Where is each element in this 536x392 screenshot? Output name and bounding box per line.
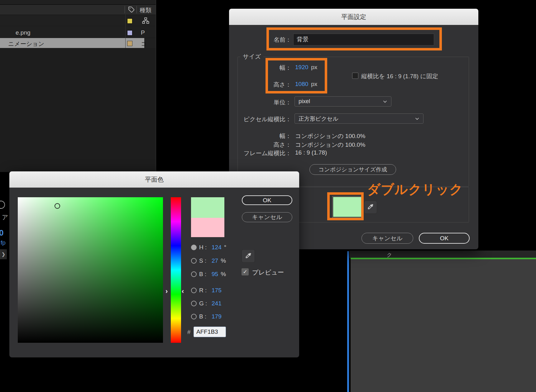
cancel-button[interactable]: キャンセル <box>361 233 413 244</box>
ok-button[interactable]: OK <box>242 195 292 205</box>
radio-icon[interactable] <box>191 271 197 277</box>
cancel-button[interactable]: キャンセル <box>242 212 292 222</box>
eyedropper-button[interactable] <box>242 249 255 263</box>
clipped-label: ア <box>2 213 8 222</box>
dialog-title[interactable]: 平面設定 <box>229 9 478 25</box>
b-label: B : <box>199 271 209 278</box>
dialog-title[interactable]: 平面色 <box>9 171 299 188</box>
type-column-header[interactable]: 種類 <box>140 6 151 14</box>
g-label: G : <box>199 300 209 307</box>
size-group-label: サイズ <box>240 53 263 61</box>
label-tag-icon[interactable] <box>128 6 135 14</box>
radio-selected-icon[interactable] <box>191 245 197 250</box>
preview-label: プレビュー <box>252 268 284 277</box>
column-divider <box>125 14 126 48</box>
units-dropdown[interactable]: pixel <box>294 96 391 107</box>
hex-input[interactable] <box>194 327 226 337</box>
b2-label: B : <box>199 313 209 320</box>
color-position-marker[interactable] <box>55 203 60 209</box>
radio-icon[interactable] <box>191 258 197 264</box>
radio-icon[interactable] <box>191 288 197 293</box>
project-row-selected[interactable]: ニメーション コ <box>0 38 144 48</box>
clipped-value[interactable]: 0 <box>0 228 3 238</box>
red-field-row[interactable]: R : 175 <box>191 287 222 294</box>
hue-indicator-right-icon[interactable]: ‹ <box>182 288 184 294</box>
aspect-lock-checkbox[interactable] <box>352 73 358 79</box>
info-width-value: コンポジションの 100.0% <box>295 132 365 140</box>
brightness-field-row[interactable]: B : 95 % <box>191 270 226 278</box>
timeline-header-strip[interactable]: ク <box>350 251 536 258</box>
s-unit: % <box>221 257 226 264</box>
composition-icon <box>142 17 149 26</box>
info-width-label: 幅： <box>229 132 291 140</box>
panel-empty-area <box>0 48 156 172</box>
left-strip: ア 0 fp ❯ <box>0 174 9 361</box>
units-value: pixel <box>299 98 310 105</box>
saturation-brightness-field[interactable] <box>18 197 163 343</box>
project-row[interactable] <box>0 16 156 26</box>
preview-checkbox[interactable]: ✓ <box>242 268 249 275</box>
info-height-label: 高さ： <box>229 141 291 149</box>
column-divider[interactable] <box>125 6 125 13</box>
column-divider[interactable] <box>136 6 137 13</box>
saturation-field-row[interactable]: S : 27 % <box>191 257 226 265</box>
check-icon: ✓ <box>243 269 247 275</box>
hue-indicator-left-icon[interactable]: › <box>165 288 168 294</box>
project-panel-header: 種類 <box>0 4 156 15</box>
previous-color-preview <box>191 218 224 237</box>
green-field-row[interactable]: G : 241 <box>191 300 222 307</box>
s-label: S : <box>199 257 209 264</box>
h-label: H : <box>199 244 209 251</box>
new-color-preview <box>191 197 224 218</box>
eyedropper-icon <box>367 203 374 211</box>
b2-value[interactable]: 179 <box>212 313 222 320</box>
pixel-aspect-value: 正方形ピクセル <box>299 115 338 122</box>
layer-color-swatch[interactable] <box>127 18 132 24</box>
hue-field-row[interactable]: H : 124 ° <box>191 244 226 251</box>
item-name: ニメーション <box>8 40 44 48</box>
layer-color-swatch[interactable] <box>127 41 132 46</box>
pixel-aspect-label: ピクセル縦横比： <box>229 115 291 123</box>
units-label: 単位： <box>229 98 291 107</box>
h-unit: ° <box>224 244 227 251</box>
expand-chevron-button[interactable]: ❯ <box>0 249 7 259</box>
annotation-rect-color <box>327 192 364 220</box>
frame-aspect-label: フレーム縦横比： <box>229 149 291 157</box>
aspect-lock-label: 縦横比を 16 : 9 (1.78) に固定 <box>361 72 438 80</box>
stopwatch-icon[interactable] <box>0 201 5 209</box>
g-value[interactable]: 241 <box>212 300 222 307</box>
color-picker-dialog: 平面色 › ‹ H : 124 ° S : 27 % B : 95 % R : … <box>9 171 299 357</box>
chevron-down-icon <box>383 98 387 105</box>
h-value[interactable]: 124 <box>212 244 222 251</box>
blue-field-row[interactable]: B : 179 <box>191 313 222 320</box>
item-type: コ <box>141 40 147 48</box>
timeline-track-area[interactable] <box>351 259 536 392</box>
s-value[interactable]: 27 <box>212 257 218 264</box>
chevron-right-icon: ❯ <box>2 251 6 257</box>
hex-prefix-label: # <box>187 329 191 336</box>
b-value[interactable]: 95 <box>212 271 218 278</box>
frame-aspect-value: 16 : 9 (1.78) <box>295 149 327 156</box>
project-panel: 種類 e.png P ニメーション コ <box>0 0 156 172</box>
layer-color-swatch[interactable] <box>127 30 132 36</box>
eyedropper-button[interactable] <box>364 201 377 214</box>
annotation-rect-size <box>266 58 327 93</box>
item-type: P <box>141 29 145 36</box>
radio-icon[interactable] <box>191 301 197 306</box>
radio-icon[interactable] <box>191 314 197 319</box>
chevron-down-icon <box>415 115 419 122</box>
hue-slider[interactable] <box>171 197 181 343</box>
current-time-indicator[interactable] <box>347 251 349 392</box>
pixel-aspect-dropdown[interactable]: 正方形ピクセル <box>294 113 424 124</box>
project-row[interactable]: e.png P <box>0 27 156 38</box>
make-comp-size-button[interactable]: コンポジションサイズ作成 <box>309 164 396 175</box>
ok-button[interactable]: OK <box>419 233 470 244</box>
info-height-value: コンポジションの 100.0% <box>295 141 365 149</box>
item-name: e.png <box>16 29 31 36</box>
r-value[interactable]: 175 <box>212 287 222 294</box>
eyedropper-icon <box>245 252 252 260</box>
b-unit: % <box>221 271 226 278</box>
double-click-annotation: ダブルクリック <box>367 181 463 198</box>
clipped-fps-value[interactable]: fp <box>1 239 6 246</box>
annotation-rect-name <box>266 27 442 50</box>
